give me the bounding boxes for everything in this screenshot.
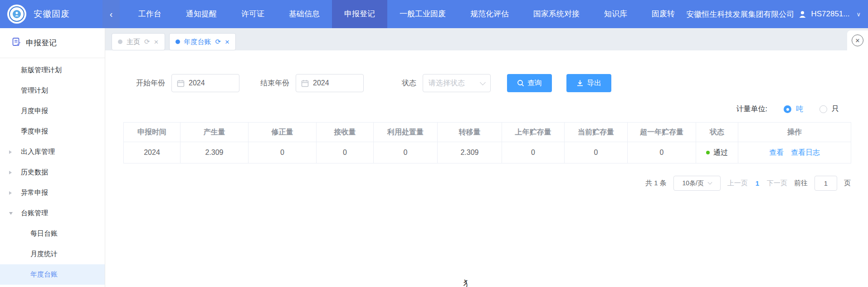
app-window: 安徽固废 ‹ 工作台 通知提醒 许可证 基础信息 申报登记 一般工业固废 规范化… [0, 0, 868, 287]
col-corrected: 修正量 [249, 123, 317, 142]
col-transferred: 转移量 [438, 123, 502, 142]
calendar-icon [301, 79, 309, 87]
tab-home[interactable]: 主页 ⟳ × [112, 33, 165, 50]
sidebar-header: 申报登记 [0, 28, 105, 58]
sidebar-menu: 新版管理计划 管理计划 月度申报 季度申报 出入库管理 历史数据 异常申报 台账… [0, 58, 105, 285]
nav-item-declaration[interactable]: 申报登记 [332, 0, 387, 28]
sidebar-item-monthly-declaration[interactable]: 月度申报 [0, 101, 105, 121]
status-dot-icon [706, 151, 710, 154]
sidebar-item-ledger-management[interactable]: 台账管理 [0, 203, 105, 223]
search-icon [517, 79, 524, 87]
sidebar-item-abnormal-declaration[interactable]: 异常申报 [0, 183, 105, 203]
nav-item-knowledge-base[interactable]: 知识库 [592, 0, 639, 28]
stray-glyph: 犭 [463, 278, 473, 287]
main-nav: 工作台 通知提醒 许可证 基础信息 申报登记 一般工业固废 规范化评估 国家系统… [126, 0, 684, 28]
chevron-down-icon [480, 79, 486, 85]
close-icon[interactable]: × [225, 38, 229, 46]
calendar-icon [177, 79, 185, 87]
app-title: 安徽固废 [34, 8, 70, 20]
unit-radio-ton[interactable]: 吨 [784, 104, 803, 114]
sidebar-collapse-icon[interactable]: ‹ [102, 0, 120, 28]
document-edit-icon [12, 37, 21, 49]
sidebar-item-history-data[interactable]: 历史数据 [0, 162, 105, 183]
view-log-link[interactable]: 查看日志 [791, 148, 820, 158]
col-declare-time: 申报时间 [124, 123, 180, 142]
refresh-icon[interactable]: ⟳ [144, 38, 150, 46]
unit-selector: 计量单位: 吨 只 [105, 104, 839, 114]
app-logo-icon [7, 5, 26, 24]
pagination: 共 1 条 10条/页 上一页 1 下一页 前往 页 [105, 176, 851, 191]
sidebar-item-daily-ledger[interactable]: 每日台账 [0, 223, 105, 244]
status-badge: 通过 [696, 148, 738, 158]
nav-item-notifications[interactable]: 通知提醒 [174, 0, 229, 28]
col-generated: 产生量 [180, 123, 249, 142]
prev-page-button[interactable]: 上一页 [727, 179, 748, 188]
circle-close-icon: ✕ [852, 35, 863, 46]
current-page[interactable]: 1 [755, 179, 760, 187]
sidebar-item-annual-ledger[interactable]: 年度台账 [0, 264, 105, 285]
status-select[interactable]: 请选择状态 [423, 74, 491, 92]
end-year-input[interactable]: 2024 [296, 74, 364, 92]
user-menu-chevron-icon[interactable]: ∨ [856, 11, 861, 18]
view-link[interactable]: 查看 [769, 148, 784, 158]
nav-item-general-industrial-waste[interactable]: 一般工业固废 [387, 0, 458, 28]
search-button[interactable]: 查询 [507, 74, 552, 92]
navbar-user-area: 安徽恒生科技发展集团有限公司 HS72851... ∨ [686, 9, 868, 20]
refresh-icon[interactable]: ⟳ [215, 38, 221, 46]
unit-radio-piece[interactable]: 只 [819, 104, 839, 114]
col-over-year-storage: 超一年贮存量 [628, 123, 696, 142]
content-panel: 开始年份 2024 结束年份 2024 状态 请选择状态 [105, 50, 868, 287]
end-year-label: 结束年份 [260, 79, 289, 88]
expand-right-icon [9, 191, 12, 195]
col-prev-year-storage: 上年贮存量 [502, 123, 565, 142]
nav-item-standardization-assessment[interactable]: 规范化评估 [458, 0, 521, 28]
radio-unchecked-icon [819, 105, 827, 113]
goto-label: 前往 [794, 179, 808, 188]
annual-ledger-table: 申报时间 产生量 修正量 接收量 利用处置量 转移量 上年贮存量 当前贮存量 超… [123, 122, 851, 163]
close-all-tabs-button[interactable]: ✕ [847, 30, 868, 50]
next-page-button[interactable]: 下一页 [767, 179, 787, 188]
tab-annual-ledger[interactable]: 年度台账 ⟳ × [169, 33, 236, 50]
expand-right-icon [9, 150, 12, 154]
user-icon [798, 10, 807, 19]
brand: 安徽固废 [0, 5, 102, 24]
start-year-label: 开始年份 [136, 79, 165, 88]
tab-status-dot [118, 40, 122, 44]
top-navbar: 安徽固废 ‹ 工作台 通知提醒 许可证 基础信息 申报登记 一般工业固废 规范化… [0, 0, 868, 28]
export-button[interactable]: 导出 [566, 74, 611, 92]
nav-item-workbench[interactable]: 工作台 [126, 0, 174, 28]
col-received: 接收量 [317, 123, 374, 142]
nav-item-national-system[interactable]: 国家系统对接 [521, 0, 592, 28]
goto-suffix: 页 [844, 179, 851, 188]
start-year-input[interactable]: 2024 [171, 74, 239, 92]
filter-bar: 开始年份 2024 结束年份 2024 状态 请选择状态 [136, 74, 868, 92]
sidebar-item-management-plan[interactable]: 管理计划 [0, 80, 105, 101]
company-name: 安徽恒生科技发展集团有限公司 [686, 9, 794, 20]
col-actions: 操作 [738, 123, 851, 142]
unit-label: 计量单位: [736, 104, 767, 114]
col-status: 状态 [696, 123, 738, 142]
close-icon[interactable]: × [154, 38, 159, 46]
sidebar-item-new-management-plan[interactable]: 新版管理计划 [0, 60, 105, 80]
expand-right-icon [9, 171, 12, 174]
end-year-value: 2024 [313, 79, 329, 87]
sidebar-item-quarterly-declaration[interactable]: 季度申报 [0, 121, 105, 142]
status-placeholder: 请选择状态 [429, 79, 465, 88]
chevron-down-icon [707, 180, 712, 185]
nav-item-waste-transfer[interactable]: 固废转 [639, 0, 684, 28]
username[interactable]: HS72851... [811, 10, 849, 19]
status-label: 状态 [402, 79, 416, 88]
table-row: 2024 2.309 0 0 0 2.309 0 0 0 [124, 142, 851, 163]
nav-item-license[interactable]: 许可证 [229, 0, 277, 28]
nav-item-basic-info[interactable]: 基础信息 [277, 0, 332, 28]
col-utilized-disposed: 利用处置量 [374, 123, 438, 142]
download-icon [576, 79, 584, 87]
goto-page-input[interactable] [814, 176, 837, 191]
sidebar-title: 申报登记 [26, 38, 57, 48]
sidebar-item-monthly-statistics[interactable]: 月度统计 [0, 244, 105, 264]
total-count: 共 1 条 [645, 179, 667, 188]
table-header-row: 申报时间 产生量 修正量 接收量 利用处置量 转移量 上年贮存量 当前贮存量 超… [124, 123, 851, 142]
page-size-select[interactable]: 10条/页 [673, 176, 721, 191]
tab-strip: 主页 ⟳ × 年度台账 ⟳ × ✕ [105, 28, 868, 50]
sidebar-item-inout-warehouse[interactable]: 出入库管理 [0, 142, 105, 162]
